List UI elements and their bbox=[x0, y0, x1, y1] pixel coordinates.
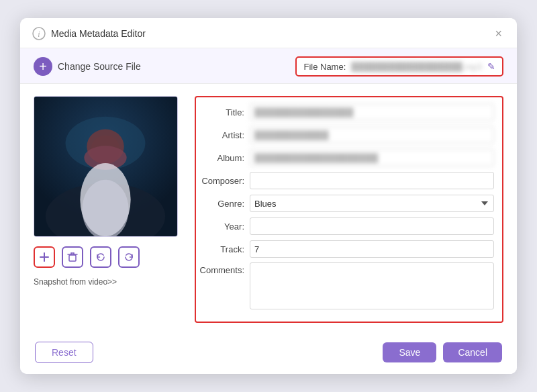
svg-rect-12 bbox=[69, 255, 76, 261]
edit-icon[interactable]: ✎ bbox=[487, 61, 495, 72]
composer-row: Composer: bbox=[196, 171, 494, 190]
reset-button[interactable]: Reset bbox=[35, 342, 93, 363]
genre-row: Genre: Blues Rock Pop Jazz Classical bbox=[196, 194, 494, 213]
genre-select[interactable]: Blues Rock Pop Jazz Classical bbox=[250, 195, 494, 212]
toolbar: + Change Source File File Name: ████████… bbox=[20, 48, 517, 84]
metadata-form: Title: Artist: Album: Composer: bbox=[195, 96, 503, 323]
add-image-button[interactable] bbox=[34, 246, 55, 268]
composer-input[interactable] bbox=[250, 172, 494, 189]
filename-area: File Name: ██████████████████.mp3 ✎ bbox=[295, 56, 503, 77]
cancel-button[interactable]: Cancel bbox=[443, 342, 502, 362]
change-source-button[interactable]: + Change Source File bbox=[34, 57, 141, 76]
close-button[interactable]: × bbox=[492, 26, 505, 41]
year-row: Year: bbox=[196, 217, 494, 236]
svg-text:i: i bbox=[38, 30, 40, 39]
album-art-image bbox=[34, 96, 177, 237]
year-input[interactable] bbox=[250, 217, 494, 235]
undo-button[interactable] bbox=[90, 246, 111, 268]
artist-row: Artist: bbox=[196, 126, 494, 144]
album-input[interactable] bbox=[250, 149, 494, 166]
composer-label: Composer: bbox=[196, 176, 250, 186]
redo-button[interactable] bbox=[118, 246, 140, 268]
trash-icon bbox=[67, 252, 78, 262]
redo-icon bbox=[124, 252, 134, 262]
artist-input[interactable] bbox=[250, 126, 494, 144]
comments-textarea[interactable] bbox=[250, 262, 494, 309]
add-icon bbox=[39, 252, 50, 262]
main-content: Snapshot from video>> Title: Artist: Alb… bbox=[20, 84, 517, 332]
artist-label: Artist: bbox=[196, 130, 250, 140]
title-input[interactable] bbox=[250, 103, 494, 121]
delete-image-button[interactable] bbox=[62, 246, 83, 268]
year-label: Year: bbox=[196, 222, 250, 232]
track-input[interactable] bbox=[250, 240, 494, 258]
info-icon: i bbox=[32, 27, 46, 40]
album-label: Album: bbox=[196, 153, 250, 163]
filename-value: ██████████████████.mp3 bbox=[351, 62, 482, 72]
snapshot-link[interactable]: Snapshot from video>> bbox=[34, 277, 117, 287]
titlebar: i Media Metadata Editor × bbox=[20, 18, 517, 48]
genre-label: Genre: bbox=[196, 199, 250, 209]
album-art-container bbox=[34, 96, 178, 237]
filename-label: File Name: bbox=[303, 62, 346, 72]
undo-icon bbox=[95, 252, 106, 262]
track-row: Track: bbox=[196, 240, 494, 258]
dialog-window: i Media Metadata Editor × + Change Sourc… bbox=[20, 18, 517, 374]
metadata-section: Title: Artist: Album: Composer: bbox=[195, 96, 503, 326]
change-source-label: Change Source File bbox=[58, 61, 141, 72]
album-row: Album: bbox=[196, 148, 494, 167]
image-tools bbox=[34, 242, 178, 272]
track-label: Track: bbox=[196, 244, 250, 254]
filename-ext: .mp3 bbox=[462, 62, 482, 72]
image-section: Snapshot from video>> bbox=[34, 96, 181, 326]
comments-label: Comments: bbox=[196, 262, 250, 275]
titlebar-left: i Media Metadata Editor bbox=[32, 27, 146, 40]
window-title: Media Metadata Editor bbox=[51, 28, 146, 39]
svg-point-9 bbox=[82, 180, 128, 237]
title-row: Title: bbox=[196, 103, 494, 121]
title-label: Title: bbox=[196, 107, 250, 117]
footer-right: Save Cancel bbox=[383, 342, 502, 362]
footer: Reset Save Cancel bbox=[20, 332, 517, 374]
save-button[interactable]: Save bbox=[383, 342, 436, 362]
comments-row: Comments: bbox=[196, 262, 494, 316]
plus-circle-icon: + bbox=[34, 57, 52, 76]
